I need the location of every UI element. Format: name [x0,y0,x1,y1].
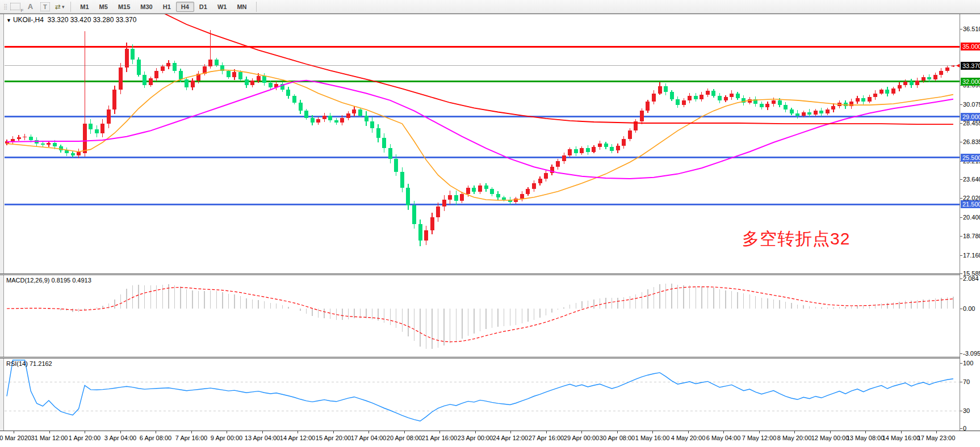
time-axis-label: 6 Apr 08:00 [140,435,171,441]
time-axis-tick [14,431,14,433]
time-axis-tick [439,431,440,433]
tf-button-W1[interactable]: W1 [212,2,232,12]
tf-button-H1[interactable]: H1 [158,2,176,12]
moving-average-lines [7,14,953,200]
time-axis-label: 14 May 16:00 [882,435,920,441]
toolbar-grip[interactable]: ⣿ [3,3,6,10]
mt4-terminal-window: ⣿ F A T ⇄ ▾ M1M5M15M30H1H4D1W1MN ▼UKOil-… [0,0,980,447]
time-axis-label: 20 Apr 08:00 [387,435,422,441]
axis-tick [960,309,962,309]
time-axis-tick [759,431,760,433]
time-axis-label: 30 Apr 08:00 [600,435,635,441]
chart-toolbar: ⣿ F A T ⇄ ▾ M1M5M15M30H1H4D1W1MN [0,0,980,14]
ma-mid-magenta [7,81,953,179]
time-axis-tick [652,431,653,433]
axis-tick [960,382,962,382]
axis-tick [960,255,962,256]
time-axis-tick [865,431,866,433]
time-axis-tick [262,431,263,433]
axis-tick [960,279,962,279]
time-axis-tick [156,431,156,433]
time-axis-label: 7 Apr 16:00 [175,435,207,441]
ohlc-readout: 33.320 33.420 33.280 33.370 [48,16,137,24]
axis-tick [960,363,962,364]
symbol-title[interactable]: ▼UKOil-,H4 33.320 33.420 33.280 33.370 [6,16,136,24]
axis-tick [960,142,962,142]
tf-button-M15[interactable]: M15 [113,2,135,12]
toolbar-separator [256,2,257,12]
time-axis-label: 1 May 16:00 [635,435,670,441]
symbol-period-label: UKOil-,H4 [13,16,44,24]
price-chart-pane[interactable]: ▼UKOil-,H4 33.320 33.420 33.280 33.370 多… [5,14,960,273]
window-left-edge [0,14,4,447]
rsi-label: RSI(14) 71.2162 [6,360,52,367]
time-axis-tick [404,431,405,433]
axis-tick [960,273,962,274]
price-level-badge: 35.000 [961,43,980,50]
horizontal-level-lines [5,47,960,204]
symbol-dropdown-icon[interactable]: ▼ [6,18,11,23]
macd-axis-label: -3.0957 [963,349,980,357]
time-axis-label: 7 May 12:00 [742,435,777,441]
axis-tick [960,123,962,124]
time-axis-tick [298,431,298,433]
text-label-icon[interactable]: T [38,1,52,12]
macd-axis-label: 2.084 [963,275,979,282]
candles-layer [5,30,956,246]
time-axis-tick [723,431,724,433]
time-axis-label: 4 May 20:00 [671,435,706,441]
tf-button-MN[interactable]: MN [232,2,252,12]
axis-tick [960,29,962,29]
rsi-axis-label: 30 [963,407,970,415]
axis-tick [960,236,962,237]
cursor-arrows-icon[interactable]: ⇄ ▾ [53,1,66,12]
rsi-line [7,360,953,421]
macd-label: MACD(12,26,9) 0.8195 0.4913 [6,277,91,284]
price-axis-label: 20.400 [963,213,980,221]
macd-indicator-pane[interactable]: MACD(12,26,9) 0.8195 0.4913 [5,275,960,357]
price-level-badge: 29.000 [961,113,980,121]
time-axis-tick [901,431,902,433]
time-axis-label: 3 Apr 04:00 [104,435,136,441]
toolbar-separator [70,2,71,12]
rsi-indicator-pane[interactable]: RSI(14) 71.2162 [5,359,960,431]
time-axis-tick [936,431,937,433]
time-axis-tick [120,431,121,433]
timeframe-button-group: M1M5M15M30H1H4D1W1MN [75,2,252,11]
font-a-icon[interactable]: A [23,1,37,12]
chart-text-annotation[interactable]: 多空转折点32 [742,227,850,251]
axis-tick [960,217,962,218]
time-axis-label: 21 Apr 16:00 [422,435,457,441]
time-axis-label: 9 Apr 00:00 [211,435,242,441]
price-axis-label: 36.510 [963,25,980,33]
time-axis-label: 17 May 23:00 [918,435,956,441]
time-axis-label: 23 Apr 00:00 [458,435,493,441]
time-axis-label: 13 May 08:00 [847,435,885,441]
tf-button-H4[interactable]: H4 [176,2,194,12]
time-axis-label: 6 May 04:00 [706,435,741,441]
time-axis-tick [688,431,689,433]
tf-button-M30[interactable]: M30 [135,2,157,12]
grid-f-icon[interactable]: F [9,1,22,12]
axis-tick [960,428,962,429]
time-axis-label: 17 Apr 04:00 [351,435,386,441]
tf-button-D1[interactable]: D1 [194,2,212,12]
time-axis[interactable]: 30 Mar 202031 Mar 12:001 Apr 20:003 Apr … [0,431,980,447]
axis-tick [960,104,962,105]
axis-tick [960,198,962,199]
price-axis-label: 26.835 [963,138,980,146]
price-axis[interactable]: 36.51031.69530.07528.45526.83525.21523.6… [960,14,980,431]
price-axis-label: 17.160 [963,251,980,259]
time-axis-label: 14 Apr 12:00 [280,435,315,441]
macd-axis-label: 0.00 [963,305,975,313]
price-level-badge: 32.000 [961,78,980,86]
time-axis-tick [49,431,50,433]
price-axis-label: 30.075 [963,100,980,108]
time-axis-label: 8 May 20:00 [777,435,812,441]
tf-button-M5[interactable]: M5 [94,2,113,12]
time-axis-tick [581,431,582,433]
chart-window: ▼UKOil-,H4 33.320 33.420 33.280 33.370 多… [0,14,980,447]
time-axis-tick [475,431,476,433]
time-axis-label: 27 Apr 16:00 [529,435,564,441]
tf-button-M1[interactable]: M1 [75,2,94,12]
